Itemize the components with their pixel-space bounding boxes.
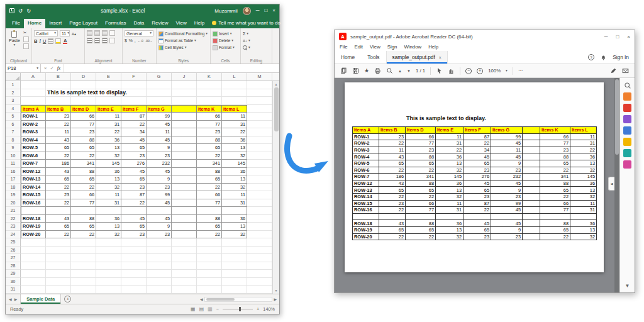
user-name[interactable]: Muzammil <box>214 8 237 14</box>
cell[interactable]: Items D <box>71 105 96 113</box>
cell[interactable]: 65 <box>71 175 96 184</box>
column-header-G[interactable]: G <box>147 73 172 80</box>
cell[interactable] <box>21 89 46 97</box>
next-page-icon[interactable]: ▼ <box>407 69 411 73</box>
conditional-formatting-button[interactable]: Conditional Formatting ▾ <box>158 30 208 37</box>
measure-tool-icon[interactable] <box>623 160 631 169</box>
avatar[interactable] <box>243 7 251 15</box>
scroll-right-icon[interactable]: ▶ <box>274 297 277 301</box>
accounting-format-button[interactable]: $ <box>125 38 127 43</box>
bold-button[interactable]: B <box>34 38 37 44</box>
cell[interactable]: 45 <box>121 168 147 176</box>
cell[interactable] <box>96 247 121 255</box>
cell[interactable]: 31 <box>96 121 121 129</box>
redo-icon[interactable]: ↻ <box>26 8 31 14</box>
cell[interactable] <box>172 97 197 105</box>
cell[interactable] <box>172 105 197 113</box>
font-color-icon[interactable]: A <box>63 38 67 44</box>
row-header-3[interactable]: 3 <box>6 97 21 105</box>
cell[interactable] <box>247 199 272 208</box>
row-header-8[interactable]: 8 <box>6 136 21 145</box>
cell[interactable] <box>222 278 247 286</box>
cell[interactable]: 23 <box>147 231 172 239</box>
cell[interactable] <box>172 199 197 208</box>
cell[interactable] <box>172 160 197 168</box>
save-icon[interactable] <box>9 8 14 13</box>
cell[interactable] <box>222 89 247 97</box>
cell[interactable] <box>197 97 222 105</box>
cell[interactable]: 23 <box>121 231 147 239</box>
align-middle-icon[interactable] <box>94 30 100 36</box>
undo-icon[interactable]: ↺ <box>18 8 23 14</box>
cell[interactable]: Items B <box>46 105 71 113</box>
cell[interactable] <box>197 207 222 215</box>
cell[interactable]: 77 <box>71 199 96 208</box>
cell[interactable] <box>247 121 272 129</box>
menu-view[interactable]: View <box>370 44 380 50</box>
cell[interactable]: 87 <box>121 191 147 199</box>
cell[interactable]: 22 <box>46 184 71 192</box>
row-header-25[interactable]: 25 <box>6 238 21 247</box>
cell[interactable] <box>172 254 197 262</box>
cell[interactable]: 145 <box>96 160 121 168</box>
search-tool-icon[interactable] <box>624 82 631 89</box>
cell[interactable] <box>71 278 96 286</box>
format-painter-icon[interactable] <box>23 43 29 49</box>
tab-help[interactable]: Help <box>191 19 208 28</box>
column-header-L[interactable]: L <box>222 73 247 80</box>
cell[interactable] <box>247 254 272 262</box>
cell[interactable]: 36 <box>96 136 121 145</box>
cell[interactable] <box>147 262 172 270</box>
wrap-text-icon[interactable] <box>109 30 115 36</box>
cell[interactable]: 77 <box>71 121 96 129</box>
cell[interactable] <box>147 278 172 286</box>
cell[interactable] <box>172 152 197 160</box>
cell[interactable]: ROW-4 <box>21 136 46 145</box>
minimize-button[interactable]: ─ <box>604 34 608 40</box>
cell[interactable] <box>71 81 96 89</box>
cell[interactable]: 22 <box>71 152 96 160</box>
row-header-10[interactable]: 10 <box>6 152 21 160</box>
cell[interactable]: 22 <box>96 128 121 136</box>
cell[interactable] <box>96 97 121 105</box>
cell[interactable] <box>96 262 121 270</box>
cell[interactable]: 22 <box>46 231 71 239</box>
tab-home[interactable]: Home <box>24 19 45 28</box>
cell[interactable]: 88 <box>197 168 222 176</box>
cell[interactable]: 88 <box>71 215 96 223</box>
cell[interactable]: Items F <box>121 105 147 113</box>
column-header-M[interactable]: M <box>247 73 272 80</box>
cell[interactable]: 13 <box>96 144 121 152</box>
cell[interactable] <box>172 168 197 176</box>
cell[interactable]: 65 <box>46 223 71 231</box>
number-format-select[interactable]: General▾ <box>125 30 153 36</box>
cell[interactable] <box>71 247 96 255</box>
cell[interactable] <box>46 207 71 215</box>
cell[interactable]: 22 <box>71 184 96 192</box>
row-header-11[interactable]: 11 <box>6 160 21 168</box>
cell[interactable] <box>71 286 96 294</box>
formula-input[interactable] <box>64 64 279 72</box>
tab-view[interactable]: View <box>172 19 191 28</box>
tab-home[interactable]: Home <box>335 51 361 64</box>
cell[interactable]: 45 <box>147 168 172 176</box>
cell[interactable]: Items K <box>197 105 222 113</box>
cell[interactable]: ROW-1 <box>21 113 46 121</box>
cell[interactable] <box>172 207 197 215</box>
cell[interactable] <box>222 254 247 262</box>
cell[interactable] <box>247 175 272 184</box>
enter-icon[interactable]: ✓ <box>50 65 53 71</box>
cell[interactable] <box>121 238 147 247</box>
cell[interactable] <box>247 184 272 192</box>
scroll-down-icon[interactable]: ▼ <box>275 289 278 292</box>
cell[interactable]: 232 <box>147 160 172 168</box>
find-select-button[interactable]: ▾ <box>243 44 270 51</box>
cell[interactable] <box>172 223 197 231</box>
cell[interactable]: 65 <box>46 144 71 152</box>
sort-filter-button[interactable]: A↓ ▾ <box>243 37 270 44</box>
cell[interactable]: 32 <box>96 231 121 239</box>
cell[interactable]: ROW-6 <box>21 152 46 160</box>
close-document-icon[interactable]: × <box>439 55 441 60</box>
cell[interactable]: 66 <box>71 191 96 199</box>
cell[interactable] <box>96 278 121 286</box>
